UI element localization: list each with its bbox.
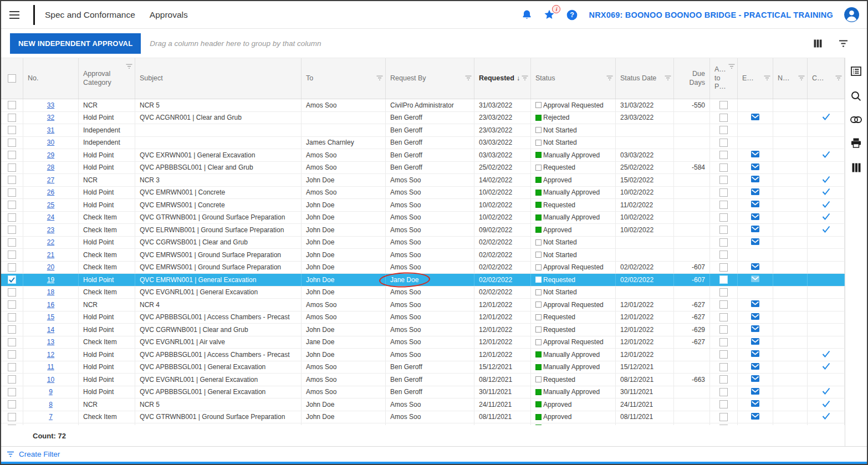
email-icon[interactable] [751, 363, 759, 371]
table-row[interactable]: 7Check ItemQVC GTRWNB001 | Ground Surfac… [1, 411, 845, 424]
row-select-cell[interactable] [1, 262, 23, 274]
email-cell[interactable] [738, 174, 773, 186]
attach-cell[interactable] [710, 398, 738, 411]
table-row[interactable]: 26Hold PointQVC EMRWN001 | ConcreteAmos … [1, 187, 845, 200]
table-row[interactable]: 14Hold PointQVC CGRWNB001 | Clear and Gr… [1, 324, 845, 336]
attach-cell[interactable] [710, 311, 738, 324]
no-cell[interactable]: 24 [23, 212, 79, 224]
email-icon[interactable] [751, 350, 759, 359]
column-header-email[interactable]: E… [738, 58, 773, 99]
row-checkbox[interactable] [8, 388, 16, 396]
row-select-cell[interactable] [1, 174, 23, 186]
email-cell[interactable] [738, 324, 773, 336]
approval-number-link[interactable]: 22 [47, 238, 54, 246]
column-header-n[interactable]: N… [773, 58, 808, 99]
details-icon[interactable] [851, 67, 861, 76]
no-cell[interactable]: 30 [23, 137, 79, 149]
row-select-cell[interactable] [1, 274, 23, 286]
row-checkbox[interactable] [8, 213, 16, 222]
project-title[interactable]: NRX069: BOONOO BOONOO BRIDGE - PRACTICAL… [589, 11, 833, 19]
email-icon[interactable] [751, 263, 759, 272]
table-row[interactable]: 8NCRNCR 5John DoeAmos Soo24/11/2021Appro… [1, 398, 845, 411]
create-filter-link[interactable]: Create Filter [19, 450, 60, 458]
no-cell[interactable]: 11 [23, 361, 79, 374]
row-select-cell[interactable] [1, 212, 23, 224]
column-filter-icon[interactable] [522, 74, 528, 83]
no-cell[interactable]: 20 [23, 262, 79, 274]
email-cell[interactable] [738, 112, 773, 124]
no-cell[interactable]: 33 [23, 99, 79, 111]
row-select-cell[interactable] [1, 287, 23, 299]
email-icon[interactable] [751, 400, 759, 408]
row-checkbox[interactable] [8, 251, 16, 259]
approval-number-link[interactable]: 8 [49, 401, 53, 408]
attach-to-checkbox[interactable] [719, 325, 728, 334]
attach-cell[interactable] [710, 187, 738, 199]
no-cell[interactable]: 19 [23, 274, 79, 286]
print-icon[interactable] [851, 138, 861, 148]
column-header-due_days[interactable]: Due Days [674, 58, 710, 99]
row-select-cell[interactable] [1, 199, 23, 211]
row-checkbox[interactable] [8, 375, 16, 384]
approval-number-link[interactable]: 14 [47, 326, 54, 334]
no-cell[interactable]: 23 [23, 224, 79, 236]
column-filter-icon[interactable] [798, 74, 805, 83]
email-cell[interactable] [738, 336, 773, 349]
approval-number-link[interactable]: 12 [47, 351, 54, 359]
column-header-to[interactable]: To [302, 58, 386, 99]
email-cell[interactable] [738, 311, 773, 324]
column-header-subject[interactable]: Subject [135, 58, 302, 99]
approval-number-link[interactable]: 16 [47, 301, 54, 309]
attach-cell[interactable] [710, 112, 738, 124]
row-checkbox[interactable] [8, 101, 16, 109]
attach-to-checkbox[interactable] [719, 313, 728, 321]
approval-number-link[interactable]: 23 [47, 226, 54, 234]
row-checkbox[interactable] [8, 176, 16, 184]
table-row[interactable]: 32Hold PointQVC ACGNR001 | Clear and Gru… [1, 112, 845, 125]
column-filter-icon[interactable] [835, 74, 842, 83]
row-checkbox[interactable] [8, 275, 16, 284]
attach-to-checkbox[interactable] [719, 413, 728, 421]
no-cell[interactable]: 8 [23, 398, 79, 411]
email-cell[interactable] [738, 162, 773, 174]
column-filter-icon[interactable] [376, 74, 383, 83]
attach-to-checkbox[interactable] [719, 251, 728, 259]
attach-cell[interactable] [710, 324, 738, 336]
approval-number-link[interactable]: 11 [47, 363, 54, 371]
attach-cell[interactable] [710, 137, 738, 149]
row-select-cell[interactable] [1, 349, 23, 361]
row-checkbox[interactable] [8, 288, 16, 297]
attach-to-checkbox[interactable] [719, 213, 728, 222]
column-header-status_date[interactable]: Status Date [616, 58, 674, 99]
attach-cell[interactable] [710, 411, 738, 423]
row-checkbox[interactable] [8, 300, 16, 309]
attach-to-checkbox[interactable] [719, 350, 728, 359]
email-icon[interactable] [751, 213, 759, 222]
row-select-cell[interactable] [1, 149, 23, 161]
no-cell[interactable]: 25 [23, 199, 79, 211]
attach-cell[interactable] [710, 274, 738, 286]
row-checkbox[interactable] [8, 226, 16, 234]
row-select-cell[interactable] [1, 336, 23, 349]
attach-cell[interactable] [710, 124, 738, 136]
table-row[interactable]: 23Check ItemQVC ELRWNB001 | Ground Surfa… [1, 224, 845, 237]
attach-to-checkbox[interactable] [719, 201, 728, 209]
no-cell[interactable]: 29 [23, 149, 79, 161]
approval-number-link[interactable]: 32 [47, 114, 54, 121]
attach-cell[interactable] [710, 336, 738, 349]
row-checkbox[interactable] [8, 188, 16, 197]
no-cell[interactable]: 10 [23, 374, 79, 386]
attach-cell[interactable] [710, 199, 738, 211]
email-cell[interactable] [738, 274, 773, 286]
approval-number-link[interactable]: 33 [47, 101, 54, 109]
table-row[interactable]: 22Hold PointQVC CGRWSB001 | Clear and Gr… [1, 237, 845, 249]
attach-cell[interactable] [710, 386, 738, 398]
email-icon[interactable] [751, 151, 759, 159]
no-cell[interactable]: 13 [23, 336, 79, 349]
column-filter-icon[interactable] [126, 63, 132, 71]
no-cell[interactable]: 27 [23, 174, 79, 186]
table-row[interactable]: 29Hold PointQVC EXRWN001 | General Excav… [1, 149, 845, 162]
email-icon[interactable] [751, 388, 759, 396]
attach-cell[interactable] [710, 224, 738, 236]
table-row[interactable]: 27NCRNCR 3John DoeAmos Soo14/02/2022Appr… [1, 174, 845, 187]
